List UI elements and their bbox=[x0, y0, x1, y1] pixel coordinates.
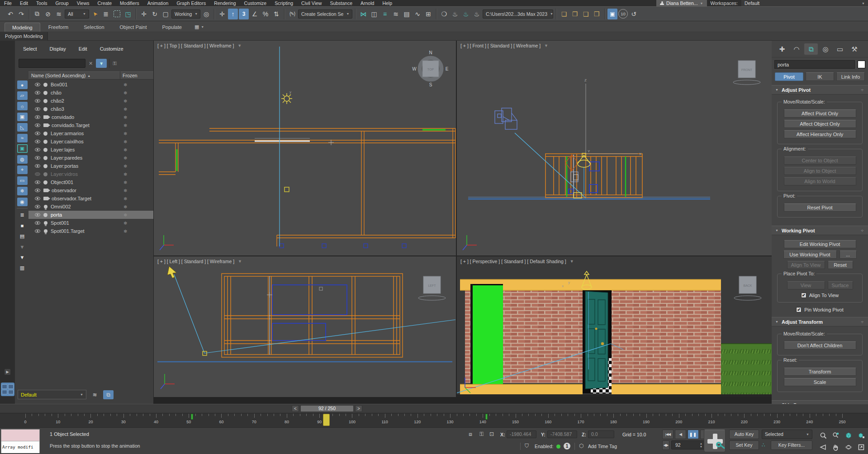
bind-to-space-warp-icon[interactable]: ≋ bbox=[54, 9, 64, 19]
menu-views[interactable]: Views bbox=[73, 0, 94, 6]
menu-modifiers[interactable]: Modifiers bbox=[116, 0, 143, 6]
explorer-column-headers[interactable]: Name (Sorted Ascending) ▲ Frozen bbox=[28, 71, 153, 80]
edit-named-selection-sets-icon[interactable]: {✎} bbox=[287, 9, 297, 19]
edit-working-pivot-button[interactable]: Edit Working Pivot bbox=[784, 240, 856, 248]
menu-rendering[interactable]: Rendering bbox=[210, 0, 240, 6]
visibility-eye-icon[interactable] bbox=[35, 221, 40, 225]
lock-explorer-icon[interactable]: ⚿︎ bbox=[109, 59, 117, 68]
toggle-layer-explorer-icon[interactable]: ≋ bbox=[391, 9, 401, 19]
menu-graph-editors[interactable]: Graph Editors bbox=[172, 0, 210, 6]
tab-create[interactable]: ✚ bbox=[775, 43, 789, 55]
undo-icon[interactable]: ↶ bbox=[5, 9, 15, 19]
maxscript-mini-listener[interactable]: Array modifi bbox=[1, 429, 40, 453]
visibility-eye-icon[interactable] bbox=[35, 99, 40, 103]
viewport-perspective[interactable]: [ + ] [ Perspective ] [ Standard ] [ Def… bbox=[457, 256, 772, 397]
menu-arnold[interactable]: Arnold bbox=[356, 0, 378, 6]
angle-snap-icon[interactable]: ∠ bbox=[250, 9, 260, 19]
y-coord-field[interactable]: -7408.587 bbox=[547, 430, 577, 438]
zoom-extents-all-icon[interactable] bbox=[855, 430, 867, 441]
frozen-toggle-icon[interactable]: ❄ bbox=[123, 172, 127, 177]
ribbon-tab-selection[interactable]: Selection bbox=[76, 23, 111, 32]
visibility-eye-icon[interactable] bbox=[35, 229, 40, 233]
menu-edit[interactable]: Edit bbox=[16, 0, 32, 6]
center-to-object-button[interactable]: Center to Object bbox=[784, 156, 856, 165]
working-pivot-more-button[interactable]: ... bbox=[840, 251, 857, 259]
tab-utilities[interactable]: ⚒︎ bbox=[848, 43, 861, 55]
frozen-toggle-icon[interactable]: ❄ bbox=[123, 180, 127, 185]
select-and-rotate-icon[interactable]: ↻ bbox=[150, 9, 160, 19]
align-icon[interactable]: ◫ bbox=[369, 9, 379, 19]
viewport-layout-tab[interactable] bbox=[1, 383, 14, 396]
autosave-count-badge[interactable]: 10 bbox=[618, 9, 628, 19]
active-layer-dropdown[interactable]: Default ▼ bbox=[18, 390, 86, 399]
visibility-eye-icon[interactable] bbox=[35, 172, 40, 176]
enabled-count-badge[interactable]: 1 bbox=[564, 443, 570, 449]
menu-help[interactable]: Help bbox=[378, 0, 396, 6]
visibility-eye-icon[interactable] bbox=[35, 189, 40, 192]
explorer-menu-customize[interactable]: Customize bbox=[100, 46, 123, 52]
explorer-menu-edit[interactable]: Edit bbox=[79, 46, 87, 52]
frozen-toggle-icon[interactable]: ❄ bbox=[123, 90, 127, 95]
select-and-manipulate-icon[interactable]: ✛ bbox=[217, 9, 227, 19]
frozen-toggle-icon[interactable]: ❄ bbox=[123, 164, 127, 169]
affect-object-only-button[interactable]: Affect Object Only bbox=[784, 120, 856, 128]
animation-key-51[interactable] bbox=[191, 414, 193, 420]
expand-dock-icon[interactable]: ▶ bbox=[5, 369, 10, 375]
orbit-icon[interactable] bbox=[842, 441, 854, 453]
pause-button[interactable]: ❚❚ bbox=[688, 430, 699, 439]
list-item-object001[interactable]: Object001❄ bbox=[28, 178, 153, 186]
frame-counter[interactable]: 92 / 250 bbox=[300, 405, 354, 412]
pan-hand-icon[interactable] bbox=[830, 441, 842, 453]
named-selection-sets-dropdown[interactable]: Create Selection Se▼ bbox=[298, 9, 352, 19]
align-to-object-button[interactable]: Align to Object bbox=[784, 167, 856, 175]
timeline-ruler[interactable]: ∿ 01020304050607080901001101201301401501… bbox=[0, 413, 868, 428]
frozen-toggle-icon[interactable]: ❄ bbox=[123, 107, 127, 112]
set-keys-button[interactable] bbox=[704, 430, 726, 452]
viewport-filter-icon[interactable]: ▼ bbox=[238, 259, 242, 264]
use-pivot-point-center-icon[interactable]: ◎ bbox=[201, 9, 211, 19]
previous-frame-button[interactable]: < bbox=[292, 405, 299, 412]
scene-undo-icon[interactable]: ↺ bbox=[629, 9, 639, 19]
list-item-box001[interactable]: Box001❄ bbox=[28, 80, 153, 89]
auto-key-button[interactable]: Auto Key bbox=[729, 430, 759, 439]
unlink-selection-icon[interactable]: ⊘ bbox=[43, 9, 53, 19]
rectangular-selection-region-icon[interactable] bbox=[114, 10, 120, 17]
list-item-convidado[interactable]: convidado❄ bbox=[28, 113, 153, 121]
select-by-name-icon[interactable]: ≣ bbox=[101, 9, 111, 19]
viewport-perspective-label[interactable]: [ + ] [ Perspective ] [ Standard ] [ Def… bbox=[460, 259, 574, 264]
viewport-filter-icon[interactable]: ▼ bbox=[570, 259, 574, 264]
list-item-ch-o[interactable]: chão❄ bbox=[28, 89, 153, 97]
mirror-icon[interactable]: ⋈ bbox=[358, 9, 368, 19]
column-frozen-header[interactable]: Frozen bbox=[123, 73, 138, 78]
select-object-icon[interactable]: ➤ bbox=[88, 6, 102, 21]
key-mode-toggle-icon[interactable]: ◀▶ bbox=[662, 440, 669, 450]
pivot-button[interactable]: Pivot bbox=[775, 72, 803, 81]
zoom-all-icon[interactable] bbox=[830, 430, 842, 441]
project-switch-icon[interactable]: ❒ bbox=[592, 9, 602, 19]
field-of-view-icon[interactable] bbox=[817, 441, 829, 453]
frozen-toggle-icon[interactable]: ❄ bbox=[123, 213, 127, 218]
user-account-dropdown[interactable]: Diana Betten... ▼ bbox=[656, 0, 707, 6]
frozen-toggle-icon[interactable]: ❄ bbox=[123, 147, 127, 152]
layer-list-icon[interactable]: ≋ bbox=[90, 390, 100, 399]
viewport-top-label[interactable]: [ + ] [ Top ] [ Standard ] [ Wireframe ]… bbox=[157, 43, 242, 48]
visibility-eye-icon[interactable] bbox=[35, 107, 40, 111]
z-coord-field[interactable]: 0.0 bbox=[588, 430, 614, 438]
menu-scripting[interactable]: Scripting bbox=[270, 0, 297, 6]
affect-hierarchy-only-button[interactable]: Affect Hierarchy Only bbox=[784, 130, 856, 138]
visibility-eye-icon[interactable] bbox=[35, 115, 40, 119]
viewport-left-label[interactable]: [ + ] [ Left ] [ Standard ] [ Wireframe … bbox=[157, 259, 242, 264]
reset-transform-button[interactable]: Transform bbox=[784, 368, 856, 376]
viewport-front[interactable]: [ + ] [ Front ] [ Standard ] [ Wireframe… bbox=[457, 41, 772, 255]
adjust-transform-header[interactable]: ▼ Adjust Transform ⁘ bbox=[772, 317, 868, 326]
visibility-eye-icon[interactable] bbox=[35, 123, 40, 127]
key-filters-button[interactable]: Key Filters... bbox=[771, 440, 812, 450]
working-pivot-header[interactable]: ▼ Working Pivot ⁘ bbox=[772, 226, 868, 235]
project-structure-icon[interactable]: ❑ bbox=[581, 9, 591, 19]
list-item-ch-o3[interactable]: chão3❄ bbox=[28, 105, 153, 113]
clear-search-icon[interactable]: ✕ bbox=[88, 61, 94, 66]
select-and-move-icon[interactable]: ✛ bbox=[139, 9, 149, 19]
listener-script-line[interactable]: Array modifi bbox=[1, 441, 39, 453]
frozen-toggle-icon[interactable]: ❄ bbox=[123, 156, 127, 161]
frozen-toggle-icon[interactable]: ❄ bbox=[123, 115, 127, 120]
